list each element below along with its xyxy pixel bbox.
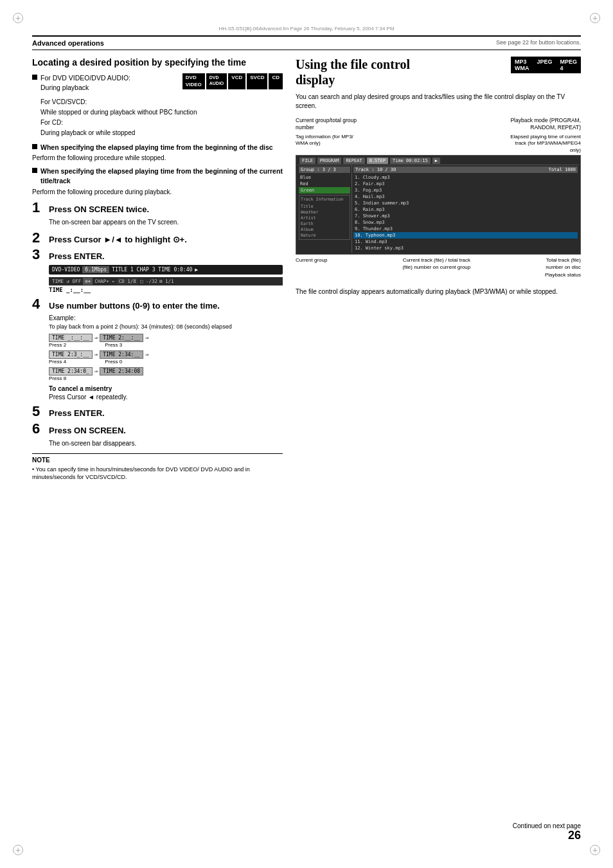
corner-mark-tl <box>13 13 23 23</box>
right-column: MP3WMA JPEG MPEG4 Using the file control… <box>296 57 581 482</box>
label-total-track-disc: Total track (file)number on disc <box>546 257 581 271</box>
step-label-4: Use number buttons (0-9) to enter the ti… <box>49 301 220 312</box>
file-tab-program: PROGRAM <box>317 158 342 164</box>
time-seq-3: TIME 2:34:0_ ⇒ TIME 2:34:08 <box>49 367 283 375</box>
bullet-line-3: When specifying the elapsed playing time… <box>32 167 283 185</box>
track-info-row-weather: Weather <box>301 209 348 215</box>
bullet-square <box>32 75 37 80</box>
time-seq-1: TIME _:__:__ ⇒ TIME 2:__:__ ⇒ <box>49 334 283 342</box>
group-bar: Group : 3 / 3 <box>299 167 350 173</box>
time-seq-2: TIME 2:3_:__ ⇒ TIME 2:34:__ ⇒ <box>49 350 283 359</box>
label-current-track-file: Current track (file) / total track(file)… <box>402 257 470 271</box>
dvd-row: For DVD VIDEO/DVD AUDIO: During playback… <box>32 73 283 95</box>
step-2: 2 Press Cursor ►/◄ to highlight ⊙+. <box>32 231 283 246</box>
bullet-dvd-section: For DVD VIDEO/DVD AUDIO: During playback… <box>32 73 283 137</box>
dvd-text-col: For DVD VIDEO/DVD AUDIO: During playback <box>32 73 179 95</box>
track-8: 8. Snow.mp3 <box>353 219 578 226</box>
time-entry-label: TIME _:__:__ <box>49 287 283 293</box>
note-title: NOTE <box>32 457 283 464</box>
cd-desc: During playback or while stopped <box>40 129 283 138</box>
file-info-bar: HH-S5-S51[B]-06Advanced.fm Page 26 Thurs… <box>32 26 581 32</box>
tseq-press-3: Press 8 <box>49 375 283 381</box>
bullet-text-2: When specifying the elapsed playing time… <box>40 143 273 152</box>
step-4: 4 Use number buttons (0-9) to enter the … <box>32 297 283 312</box>
track-info-row-artist: Artist <box>301 215 348 221</box>
label-tag-info: Tag information (for MP3/WMA only) <box>296 134 353 154</box>
step-label-2: Press Cursor ►/◄ to highlight ⊙+. <box>49 235 187 246</box>
file-tab-time: Time 00:02:15 <box>390 158 431 164</box>
track-info-title: Track Information <box>301 197 348 202</box>
step-desc-1: The on-screen bar appears on the TV scre… <box>49 218 283 227</box>
diagram-mid-labels: Tag information (for MP3/WMA only) Elaps… <box>296 134 581 154</box>
dvd-badge-col: DVDVIDEO DVDAUDIO VCD SVCD CD <box>179 73 283 89</box>
track-6: 6. Rain.mp3 <box>353 206 578 213</box>
label-playback-mode: Playback mode (PROGRAM, RANDOM, REPEAT) <box>504 117 581 131</box>
step-number-6: 6 <box>32 422 45 436</box>
file-tab-bstep: B.STEP <box>367 158 388 164</box>
jpeg-badge: JPEG <box>533 57 556 73</box>
diagram-top-labels: Current group/total group number Playbac… <box>296 117 581 131</box>
group-red: Red <box>299 181 350 187</box>
corner-mark-tr <box>590 13 600 23</box>
bullet-line-1: For DVD VIDEO/DVD AUDIO: During playback <box>32 73 179 92</box>
bullet-square-2 <box>32 144 37 149</box>
format-badges: MP3WMA JPEG MPEG4 <box>511 57 581 73</box>
vcd-badge: VCD <box>228 73 245 89</box>
cd-badge: CD <box>269 73 283 89</box>
right-desc: You can search and play desired groups a… <box>296 93 581 111</box>
label-playback-status: Playback status <box>296 272 581 278</box>
file-left-panel: Group : 3 / 3 Blue Red Green Track Infor… <box>298 165 352 253</box>
page-header: Advanced operations See page 22 for butt… <box>32 35 581 50</box>
track-11: 11. Wind.mp3 <box>353 239 578 245</box>
cancel-label: To cancel a misentry <box>49 385 283 392</box>
track-info-row-earth: Earth <box>301 221 348 226</box>
bullet-title-section: When specifying the elapsed playing time… <box>32 167 283 195</box>
note-text: • You can specify time in hours/minutes/… <box>32 466 283 482</box>
left-column: Locating a desired position by specifyin… <box>32 57 283 482</box>
step-label-3: Press ENTER. <box>49 251 105 262</box>
bullet-square-3 <box>32 168 37 173</box>
track-info-row-nature: Nature <box>301 232 348 238</box>
file-tab-repeat: REPEAT <box>343 158 364 164</box>
perform-text-2: Perform the following procedure during p… <box>32 188 283 195</box>
bullet-text-1: For DVD VIDEO/DVD AUDIO: During playback <box>40 73 130 92</box>
track-5: 5. Indian summer.mp3 <box>353 200 578 206</box>
step-1: 1 Press ON SCREEN twice. <box>32 201 283 215</box>
vcd-desc: While stopped or during playback without… <box>40 108 283 117</box>
track-info-row-title: Title <box>301 203 348 209</box>
file-display-diagram: Current group/total group number Playbac… <box>296 117 581 278</box>
step-number-1: 1 <box>32 201 45 215</box>
file-ui-box: FILE PROGRAM REPEAT B.STEP Time 00:02:15… <box>296 155 581 255</box>
cd-line: For CD: <box>40 118 283 127</box>
step-desc-6: The on-screen bar disappears. <box>49 439 283 448</box>
bullet-disc-section: When specifying the elapsed playing time… <box>32 143 283 162</box>
track-info-section: Track Information Title Weather Artist <box>299 195 350 240</box>
section-title: Advanced operations <box>32 39 104 47</box>
label-current-group-bottom: Current group <box>296 257 327 271</box>
left-heading: Locating a desired position by specifyin… <box>32 57 283 68</box>
vcd-line: For VCD/SVCD: <box>40 98 283 107</box>
two-column-layout: Locating a desired position by specifyin… <box>32 57 581 482</box>
track-10: 10. Typhoon.mp3 <box>353 232 578 239</box>
osd-bar-1: DVD-VIDEO 6.1Mbps TITLE 1 CHAP 3 TIME 0:… <box>49 265 283 275</box>
track-3: 3. Fog.mp3 <box>353 187 578 194</box>
page-container: HH-S5-S51[B]-06Advanced.fm Page 26 Thurs… <box>0 0 613 868</box>
cancel-sub: Press Cursor ◄ repeatedly. <box>49 393 283 401</box>
label-current-group: Current group/total group number <box>296 117 373 131</box>
track-4: 4. Hail.mp3 <box>353 194 578 200</box>
track-7: 7. Shower.mp3 <box>353 213 578 219</box>
step-label-6: Press ON SCREEN. <box>49 426 126 437</box>
step-label-5: Press ENTER. <box>49 408 105 419</box>
step-label-1: Press ON SCREEN twice. <box>49 204 149 215</box>
track-12: 12. Winter sky.mp3 <box>353 245 578 251</box>
page-number: 26 <box>568 829 581 842</box>
file-ui-body: Group : 3 / 3 Blue Red Green Track Infor… <box>298 165 579 253</box>
example-label: Example: <box>49 314 283 321</box>
step-3: 3 Press ENTER. <box>32 248 283 262</box>
perform-text-1: Perform the following procedure while st… <box>32 154 283 161</box>
label-elapsed-time: Elapsed playing time of currenttrack (fo… <box>510 134 581 154</box>
track-info-row-album: Album <box>301 226 348 232</box>
step-number-5: 5 <box>32 404 45 419</box>
file-tab-play: ▶ <box>432 158 440 164</box>
tseq-press-2: Press 4 Press 0 <box>49 359 283 365</box>
